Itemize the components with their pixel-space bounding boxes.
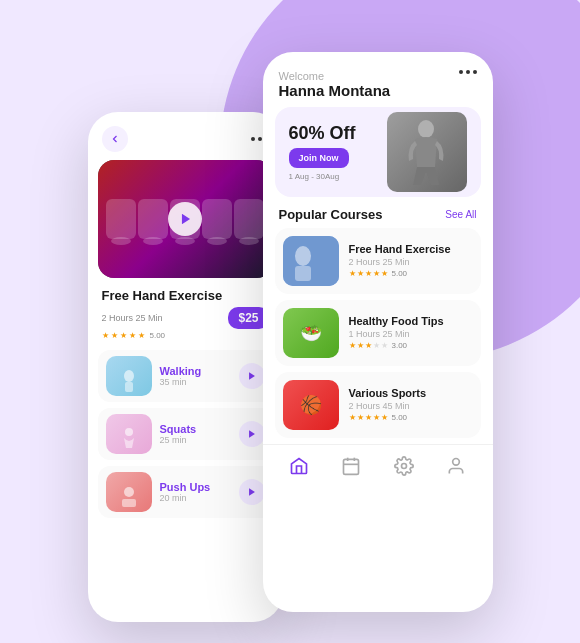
workout-list: Walking 35 min S [88,344,283,524]
nav-settings[interactable] [393,455,415,477]
popular-courses-header: Popular Courses See All [263,197,493,228]
star5: ★ [138,331,145,340]
rider5 [234,199,264,239]
rating-food: 3.00 [392,341,408,350]
course-item-exercise: Free Hand Exercise 2 Hours 25 Min ★ ★ ★ … [275,228,481,294]
sports-icon: 🏀 [300,394,322,416]
svg-rect-7 [122,499,136,507]
course-info-sports: Various Sports 2 Hours 45 Min ★ ★ ★ ★ ★ … [349,387,473,422]
bottom-nav [263,444,493,489]
nav-home[interactable] [288,455,310,477]
welcome-label: Welcome [279,70,391,82]
thumb-squats-bg [106,414,152,454]
svg-rect-12 [295,266,311,281]
welcome-section: Welcome Hanna Montana [279,70,391,99]
svg-rect-2 [125,382,133,392]
course-duration-food: 1 Hours 25 Min [349,329,473,339]
course-duration-exercise: 2 Hours 25 Min [349,257,473,267]
course-info-exercise: Free Hand Exercise 2 Hours 25 Min ★ ★ ★ … [349,243,473,278]
workout-time-squats: 25 min [160,435,231,445]
profile-icon [445,455,467,477]
rider2 [138,199,168,239]
thumb-walking-bg [106,356,152,396]
workout-item-pushups: Push Ups 20 min [98,466,273,518]
promo-text: 60% Off Join Now 1 Aug - 30Aug [289,123,356,181]
rating-exercise: 5.00 [392,269,408,278]
course-thumb-food: 🥗 [283,308,339,358]
course-duration-sports: 2 Hours 45 Min [349,401,473,411]
nav-profile[interactable] [445,455,467,477]
svg-point-6 [124,487,134,497]
left-course-duration: 2 Hours 25 Min [102,313,163,323]
course-name-exercise: Free Hand Exercise [349,243,473,255]
promo-image [387,112,467,192]
rider1 [106,199,136,239]
play-squats[interactable] [239,421,265,447]
rdot1 [459,70,463,74]
workout-info-pushups: Push Ups 20 min [160,481,231,503]
course-item-food: 🥗 Healthy Food Tips 1 Hours 25 Min ★ ★ ★… [275,300,481,366]
course-item-sports: 🏀 Various Sports 2 Hours 45 Min ★ ★ ★ ★ … [275,372,481,438]
phone-left: Free Hand Exercise 2 Hours 25 Min $25 ★ … [88,112,283,622]
user-name: Hanna Montana [279,82,391,99]
rating-sports: 5.00 [392,413,408,422]
settings-icon [393,455,415,477]
star2: ★ [111,331,118,340]
star1: ★ [102,331,109,340]
nav-schedule[interactable] [340,455,362,477]
workout-thumb-pushups [106,472,152,512]
play-walking[interactable] [239,363,265,389]
rdot3 [473,70,477,74]
workout-info-squats: Squats 25 min [160,423,231,445]
thumb-exercise-bg [283,236,339,286]
left-rating: 5.00 [150,331,166,340]
svg-point-17 [401,463,406,468]
rdot2 [466,70,470,74]
back-button[interactable] [102,126,128,152]
svg-point-11 [295,246,311,266]
star4: ★ [129,331,136,340]
course-stars-sports: ★ ★ ★ ★ ★ 5.00 [349,413,473,422]
hero-video [98,160,273,278]
svg-marker-3 [249,372,255,380]
workout-name-pushups: Push Ups [160,481,231,493]
workout-time-walking: 35 min [160,377,231,387]
calendar-icon [340,455,362,477]
phone-right: Welcome Hanna Montana 60% Off Join Now 1… [263,52,493,612]
course-stars-exercise: ★ ★ ★ ★ ★ 5.00 [349,269,473,278]
course-thumb-exercise [283,236,339,286]
workout-name-walking: Walking [160,365,231,377]
dot1 [251,137,255,141]
promo-dates: 1 Aug - 30Aug [289,172,356,181]
see-all-button[interactable]: See All [445,209,476,220]
course-name-sports: Various Sports [349,387,473,399]
popular-courses-title: Popular Courses [279,207,383,222]
play-button[interactable] [168,202,202,236]
promo-discount: 60% Off [289,123,356,144]
workout-info-walking: Walking 35 min [160,365,231,387]
workout-thumb-walking [106,356,152,396]
workout-name-squats: Squats [160,423,231,435]
left-stars-row: ★ ★ ★ ★ ★ 5.00 [102,331,269,340]
left-course-meta: 2 Hours 25 Min $25 [102,307,269,329]
svg-point-18 [453,458,460,465]
right-more-menu[interactable] [459,70,477,74]
course-stars-food: ★ ★ ★ ★ ★ 3.00 [349,341,473,350]
join-now-button[interactable]: Join Now [289,148,349,168]
left-phone-header [88,112,283,160]
courses-list: Free Hand Exercise 2 Hours 25 Min ★ ★ ★ … [263,228,493,438]
left-course-info: Free Hand Exercise 2 Hours 25 Min $25 ★ … [88,278,283,344]
workout-item-squats: Squats 25 min [98,408,273,460]
workout-thumb-squats [106,414,152,454]
home-icon [288,455,310,477]
rider4 [202,199,232,239]
course-thumb-sports: 🏀 [283,380,339,430]
thumb-sports-bg: 🏀 [283,380,339,430]
svg-marker-8 [249,488,255,496]
svg-rect-10 [283,236,339,286]
course-name-food: Healthy Food Tips [349,315,473,327]
play-pushups[interactable] [239,479,265,505]
left-course-title: Free Hand Exercise [102,288,269,303]
star3: ★ [120,331,127,340]
promo-banner: 60% Off Join Now 1 Aug - 30Aug [275,107,481,197]
